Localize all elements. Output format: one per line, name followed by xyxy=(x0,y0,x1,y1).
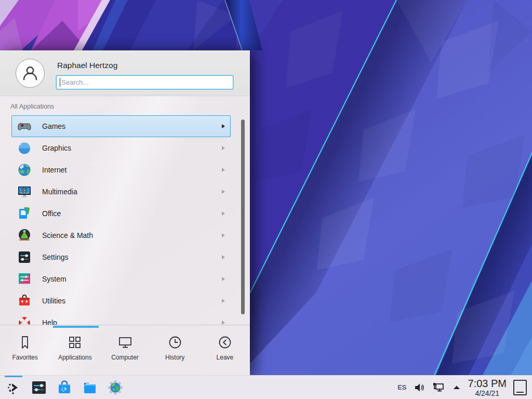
category-settings[interactable]: Settings xyxy=(11,246,231,268)
submenu-arrow-icon xyxy=(222,211,225,216)
network-icon[interactable] xyxy=(432,381,445,394)
user-avatar-icon xyxy=(20,63,41,84)
system-icon xyxy=(17,272,32,286)
web-browser-button[interactable] xyxy=(106,376,125,399)
volume-icon[interactable] xyxy=(414,382,425,393)
category-label: Office xyxy=(42,209,61,218)
file-manager-button[interactable] xyxy=(81,376,99,399)
internet-icon xyxy=(17,163,32,177)
graphics-icon xyxy=(17,141,32,155)
submenu-arrow-icon xyxy=(222,233,225,237)
category-system[interactable]: System xyxy=(11,268,231,290)
settings-icon xyxy=(17,250,32,264)
tab-favorites[interactable]: Favorites xyxy=(0,325,50,375)
tab-label: History xyxy=(165,354,184,361)
keyboard-layout-indicator[interactable]: ES xyxy=(397,383,406,391)
category-label: Help xyxy=(42,318,57,325)
submenu-arrow-icon xyxy=(222,168,225,172)
clock-date: 4/24/21 xyxy=(468,390,507,397)
search-box[interactable] xyxy=(56,75,233,89)
user-avatar[interactable] xyxy=(16,59,45,88)
multimedia-icon xyxy=(17,184,32,199)
discover-button[interactable] xyxy=(55,376,74,399)
category-label: Multimedia xyxy=(42,188,77,196)
leave-icon xyxy=(217,335,233,350)
web-browser-icon xyxy=(107,379,124,396)
application-launcher-icon xyxy=(5,379,22,396)
search-input[interactable] xyxy=(57,76,233,89)
digital-clock[interactable]: 7:03 PM 4/24/21 xyxy=(468,378,507,397)
category-label: Settings xyxy=(42,253,69,261)
category-label: System xyxy=(42,275,66,283)
tab-label: Computer xyxy=(111,354,139,361)
category-label: Graphics xyxy=(42,144,71,152)
taskbar-launchers xyxy=(4,376,125,399)
submenu-arrow-icon xyxy=(222,124,225,128)
category-utilities[interactable]: Utilities xyxy=(11,290,231,312)
submenu-arrow-icon xyxy=(222,321,225,325)
application-launcher-menu: Raphael Hertzog All Applications xyxy=(0,50,250,375)
tab-applications[interactable]: Applications xyxy=(50,325,100,375)
tab-label: Favorites xyxy=(12,354,37,361)
submenu-arrow-icon xyxy=(222,277,225,281)
category-label: Games xyxy=(42,122,65,130)
category-science-math[interactable]: Science & Math xyxy=(11,224,231,246)
tab-leave[interactable]: Leave xyxy=(200,325,250,375)
favorites-icon xyxy=(17,335,33,350)
launcher-tabbar: Favorites Applications xyxy=(0,325,250,375)
tab-label: Applications xyxy=(58,354,92,361)
submenu-arrow-icon xyxy=(222,255,225,259)
tab-computer[interactable]: Computer xyxy=(100,325,150,375)
office-icon xyxy=(17,206,32,221)
taskbar-panel: ES 7:03 PM 4/24/21 xyxy=(0,375,532,399)
category-list: Games Graphics xyxy=(0,115,250,325)
system-settings-button[interactable] xyxy=(30,376,48,399)
expand-tray-icon[interactable] xyxy=(452,383,461,392)
applications-icon xyxy=(67,335,83,350)
show-desktop-button[interactable] xyxy=(513,380,527,395)
desktop: Raphael Hertzog All Applications xyxy=(0,0,532,399)
file-manager-icon xyxy=(82,379,98,396)
category-games[interactable]: Games xyxy=(11,115,231,137)
active-tab-indicator xyxy=(53,326,99,328)
list-scrollbar[interactable] xyxy=(241,119,245,314)
category-label: Utilities xyxy=(42,297,65,305)
games-icon xyxy=(17,119,32,134)
history-icon xyxy=(167,335,183,350)
clock-time: 7:03 PM xyxy=(468,378,507,389)
utilities-icon xyxy=(17,294,32,308)
help-icon xyxy=(17,315,32,325)
submenu-arrow-icon xyxy=(222,146,225,150)
category-office[interactable]: Office xyxy=(11,203,231,224)
discover-icon xyxy=(56,379,73,396)
category-multimedia[interactable]: Multimedia xyxy=(11,181,231,203)
category-help[interactable]: Help xyxy=(11,312,231,325)
tab-history[interactable]: History xyxy=(150,325,200,375)
category-label: Science & Math xyxy=(42,231,93,240)
tab-label: Leave xyxy=(217,354,234,361)
application-launcher-button[interactable] xyxy=(4,376,23,399)
category-internet[interactable]: Internet xyxy=(11,159,231,181)
system-settings-icon xyxy=(31,379,47,396)
submenu-arrow-icon xyxy=(222,299,225,303)
section-label: All Applications xyxy=(10,103,54,110)
computer-icon xyxy=(117,335,133,350)
launcher-header: Raphael Hertzog xyxy=(0,50,250,96)
user-name: Raphael Hertzog xyxy=(57,61,117,70)
submenu-arrow-icon xyxy=(222,190,225,194)
science-math-icon xyxy=(17,228,32,243)
text-caret xyxy=(60,78,60,87)
system-tray: ES 7:03 PM 4/24/21 xyxy=(397,376,532,399)
category-label: Internet xyxy=(42,166,66,174)
category-graphics[interactable]: Graphics xyxy=(11,137,231,159)
